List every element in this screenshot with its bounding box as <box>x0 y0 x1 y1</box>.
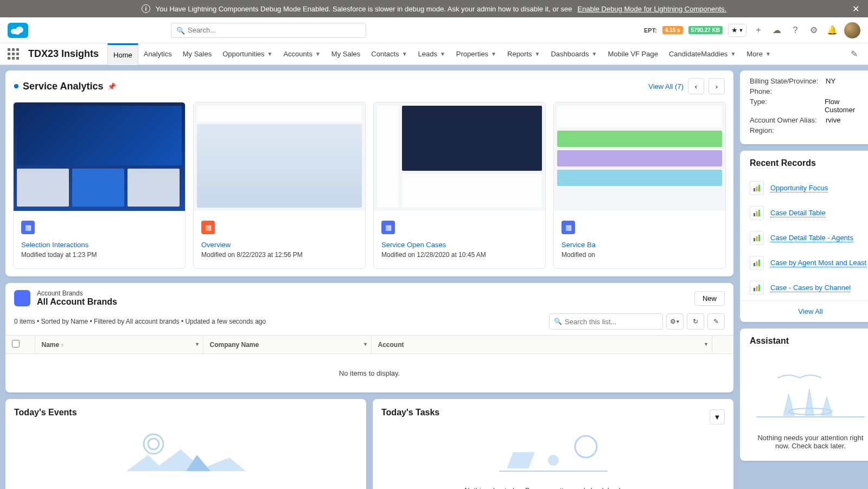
banner-link[interactable]: Enable Debug Mode for Lightning Componen… <box>578 5 727 13</box>
svg-rect-19 <box>756 261 758 266</box>
col-company[interactable]: Company Name▾ <box>203 336 371 354</box>
events-illustration <box>14 426 358 478</box>
assistant-title: Assistant <box>740 329 868 353</box>
service-analytics-card: Service Analytics 📌 View All (7) ‹ › ▦Se… <box>5 70 733 276</box>
svg-point-5 <box>575 436 597 458</box>
tab-my-sales[interactable]: My Sales <box>177 43 217 65</box>
debug-banner: i You Have Lightning Components Debug Mo… <box>0 0 868 17</box>
tab-dashboards[interactable]: Dashboards▼ <box>545 43 602 65</box>
list-table: Name ↑▾ Company Name▾ Account▾ <box>5 335 733 354</box>
dashboard-icon: ▦ <box>201 221 215 234</box>
dashboard-icon: ▦ <box>561 221 575 234</box>
favorites-button[interactable]: ★▼ <box>728 24 746 37</box>
info-icon: i <box>142 4 150 13</box>
app-nav: TDX23 Insights HomeAnalyticsMy SalesOppo… <box>0 43 868 65</box>
tab-properties[interactable]: Properties▼ <box>451 43 502 65</box>
recent-view-all[interactable]: View All <box>740 300 868 322</box>
dashboard-title[interactable]: Overview <box>201 241 358 249</box>
tab-accounts[interactable]: Accounts▼ <box>278 43 326 65</box>
add-icon[interactable]: ＋ <box>752 24 765 37</box>
tab-opportunities[interactable]: Opportunities▼ <box>217 43 278 65</box>
report-icon <box>750 181 764 195</box>
tab-reports[interactable]: Reports▼ <box>502 43 545 65</box>
carousel-prev-button[interactable]: ‹ <box>688 78 704 94</box>
recent-record-item[interactable]: Opportunity Focus <box>740 176 868 201</box>
svg-point-8 <box>548 455 559 466</box>
dashboard-card[interactable]: ▦Service BaModified on <box>553 102 726 269</box>
svg-rect-17 <box>758 235 760 241</box>
svg-point-3 <box>144 434 163 454</box>
tab-mobile-vf-page[interactable]: Mobile VF Page <box>602 43 663 65</box>
recent-record-item[interactable]: Case Detail Table - Agents <box>740 226 868 250</box>
refresh-button[interactable]: ↻ <box>687 313 704 330</box>
svg-rect-9 <box>754 188 755 191</box>
tab-analytics[interactable]: Analytics <box>138 43 177 65</box>
report-icon <box>750 231 764 245</box>
detail-row: Type:Flow Customer <box>750 96 868 115</box>
tasks-title: Today's Tasks <box>381 408 439 417</box>
dashboard-card[interactable]: ▦Selection InteractionsModified today at… <box>13 102 186 269</box>
ept-size-pill: 5790.27 KB <box>688 26 723 34</box>
new-button[interactable]: New <box>694 291 725 306</box>
global-header: 🔍 EPT: 4.15 s 5790.27 KB ★▼ ＋ ☁ ? ⚙ 🔔 <box>0 17 868 43</box>
help-icon[interactable]: ? <box>789 24 802 37</box>
dashboard-icon: ▦ <box>381 221 395 234</box>
notifications-icon[interactable]: 🔔 <box>826 24 839 37</box>
dashboard-card[interactable]: ▦OverviewModified on 8/22/2023 at 12:56 … <box>193 102 366 269</box>
col-account[interactable]: Account▾ <box>371 336 712 354</box>
todays-tasks-card: Today's Tasks ▼ Nothing due today. Be a … <box>373 399 733 489</box>
search-input[interactable] <box>171 23 366 38</box>
edit-page-icon[interactable]: ✎ <box>847 48 860 61</box>
dashboard-card[interactable]: ▦Service Open CasesModified on 12/28/202… <box>373 102 546 269</box>
detail-row: Account Owner Alias:rvive <box>750 115 868 125</box>
dashboard-title[interactable]: Service Open Cases <box>381 241 538 249</box>
edit-list-button[interactable]: ✎ <box>707 313 725 330</box>
detail-row: Billing State/Province:NY <box>750 76 868 86</box>
tab-candidatemaddies[interactable]: CandidateMaddies▼ <box>663 43 741 65</box>
tab-leads[interactable]: Leads▼ <box>413 43 451 65</box>
tasks-illustration <box>381 426 725 478</box>
tasks-menu-button[interactable]: ▼ <box>710 409 725 424</box>
ept-label: EPT: <box>644 27 657 34</box>
avatar[interactable] <box>844 22 860 38</box>
banner-text: You Have Lightning Components Debug Mode… <box>156 5 572 13</box>
ept-time-pill: 4.15 s <box>662 26 683 34</box>
recent-records-card: Recent Records Opportunity FocusCase Det… <box>740 151 868 322</box>
salesforce-help-icon[interactable]: ☁ <box>770 24 783 37</box>
recent-record-item[interactable]: Case by Agent Most and Least <box>740 250 868 275</box>
dashboard-icon: ▦ <box>21 221 35 234</box>
view-all-link[interactable]: View All (7) <box>648 82 684 91</box>
tab-home[interactable]: Home <box>107 43 138 65</box>
carousel-next-button[interactable]: › <box>709 78 725 94</box>
list-settings-button[interactable]: ⚙▼ <box>666 313 684 330</box>
events-title: Today's Events <box>14 408 358 417</box>
assistant-card: Assistant Nothing needs your attention r… <box>740 329 868 461</box>
select-all-checkbox[interactable] <box>12 340 20 348</box>
tab-my-sales[interactable]: My Sales <box>326 43 366 65</box>
dashboard-title[interactable]: Service Ba <box>561 241 718 249</box>
svg-point-2 <box>15 30 20 35</box>
account-brands-list-card: Account Brands All Account Brands New 0 … <box>5 283 733 393</box>
svg-rect-20 <box>758 260 760 266</box>
report-icon <box>750 256 764 270</box>
empty-state: No items to display. <box>5 354 733 393</box>
svg-rect-12 <box>754 213 755 216</box>
col-name[interactable]: Name ↑▾ <box>35 336 203 354</box>
todays-events-card: Today's Events <box>5 399 366 489</box>
assistant-message: Nothing needs your attention right now. … <box>751 434 868 450</box>
tab-more[interactable]: More▼ <box>741 43 776 65</box>
close-icon[interactable]: ✕ <box>852 4 859 14</box>
recent-record-item[interactable]: Case - Cases by Channel <box>740 275 868 300</box>
salesforce-logo[interactable] <box>8 23 28 38</box>
app-name: TDX23 Insights <box>28 48 99 60</box>
recent-record-item[interactable]: Case Detail Table <box>740 201 868 226</box>
settings-icon[interactable]: ⚙ <box>807 24 820 37</box>
report-icon <box>750 281 764 295</box>
dashboard-title[interactable]: Selection Interactions <box>21 241 177 249</box>
tab-contacts[interactable]: Contacts▼ <box>366 43 412 65</box>
app-launcher-icon[interactable] <box>8 48 20 60</box>
list-search-input[interactable] <box>549 313 663 330</box>
dashboard-modified: Modified on 12/28/2020 at 10:45 AM <box>381 251 538 259</box>
search-icon: 🔍 <box>176 27 185 35</box>
pin-icon[interactable]: 📌 <box>107 82 116 91</box>
